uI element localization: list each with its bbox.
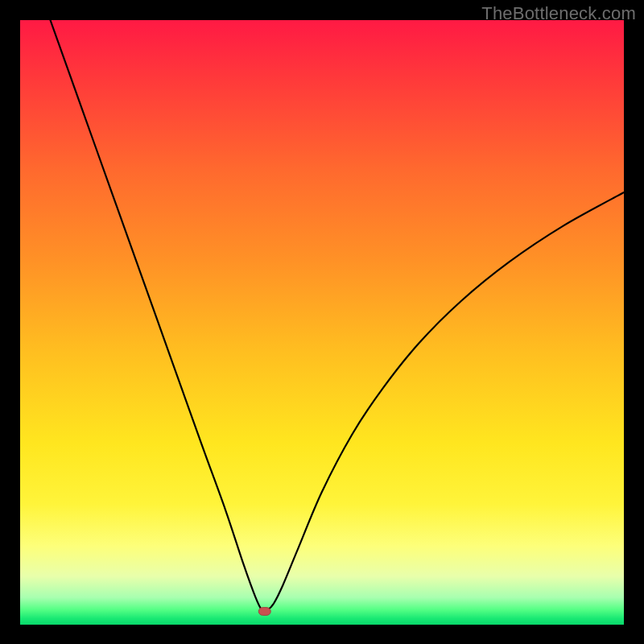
watermark-text: TheBottleneck.com [481,3,636,24]
plot-area [20,20,624,625]
chart-frame: TheBottleneck.com [0,0,644,644]
optimal-point-marker [258,608,270,616]
curve-layer [20,20,624,625]
bottleneck-curve [51,20,625,611]
